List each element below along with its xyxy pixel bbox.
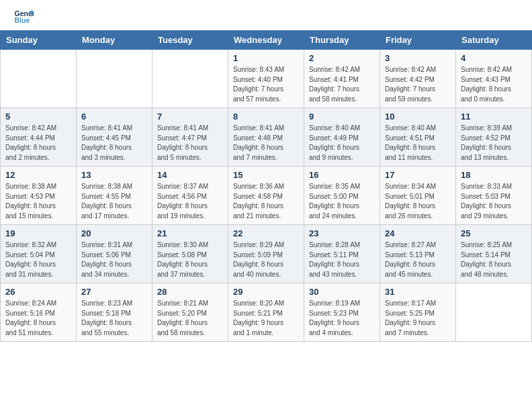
calendar-cell: [1, 50, 77, 108]
day-number: 24: [385, 228, 451, 238]
calendar-cell: 7Sunrise: 8:41 AM Sunset: 4:47 PM Daylig…: [152, 108, 228, 167]
calendar-cell: [77, 50, 152, 108]
day-number: 7: [157, 111, 223, 122]
day-number: 6: [81, 111, 147, 122]
calendar-cell: 2Sunrise: 8:42 AM Sunset: 4:41 PM Daylig…: [304, 50, 380, 108]
calendar-cell: 28Sunrise: 8:21 AM Sunset: 5:20 PM Dayli…: [152, 283, 228, 342]
weekday-header: Friday: [380, 31, 456, 50]
day-info: Sunrise: 8:41 AM Sunset: 4:45 PM Dayligh…: [81, 124, 147, 163]
day-info: Sunrise: 8:32 AM Sunset: 5:04 PM Dayligh…: [5, 240, 71, 279]
weekday-header: Wednesday: [228, 31, 304, 50]
calendar-cell: 19Sunrise: 8:32 AM Sunset: 5:04 PM Dayli…: [1, 225, 77, 283]
day-info: Sunrise: 8:41 AM Sunset: 4:48 PM Dayligh…: [233, 124, 299, 163]
day-info: Sunrise: 8:21 AM Sunset: 5:20 PM Dayligh…: [157, 299, 223, 338]
day-info: Sunrise: 8:42 AM Sunset: 4:44 PM Dayligh…: [5, 124, 71, 163]
weekday-header: Saturday: [456, 31, 532, 50]
day-info: Sunrise: 8:25 AM Sunset: 5:14 PM Dayligh…: [461, 240, 527, 279]
weekday-header: Sunday: [1, 31, 77, 50]
calendar-cell: 18Sunrise: 8:33 AM Sunset: 5:03 PM Dayli…: [456, 167, 532, 225]
calendar-cell: 3Sunrise: 8:42 AM Sunset: 4:42 PM Daylig…: [380, 50, 456, 108]
day-number: 18: [461, 170, 527, 180]
day-info: Sunrise: 8:38 AM Sunset: 4:55 PM Dayligh…: [81, 182, 147, 221]
calendar-cell: 17Sunrise: 8:34 AM Sunset: 5:01 PM Dayli…: [380, 167, 456, 225]
calendar-cell: 4Sunrise: 8:42 AM Sunset: 4:43 PM Daylig…: [456, 50, 532, 108]
logo: General Blue: [13, 7, 36, 27]
calendar-cell: 16Sunrise: 8:35 AM Sunset: 5:00 PM Dayli…: [304, 167, 380, 225]
day-info: Sunrise: 8:40 AM Sunset: 4:49 PM Dayligh…: [309, 124, 375, 163]
weekday-header: Tuesday: [152, 31, 228, 50]
day-info: Sunrise: 8:31 AM Sunset: 5:06 PM Dayligh…: [81, 240, 147, 279]
day-number: 19: [5, 228, 71, 238]
day-info: Sunrise: 8:28 AM Sunset: 5:11 PM Dayligh…: [309, 240, 375, 279]
calendar-header: SundayMondayTuesdayWednesdayThursdayFrid…: [1, 31, 532, 50]
day-number: 12: [5, 170, 71, 180]
day-number: 28: [157, 287, 223, 297]
weekday-header: Monday: [77, 31, 152, 50]
calendar-cell: 15Sunrise: 8:36 AM Sunset: 4:58 PM Dayli…: [228, 167, 304, 225]
day-info: Sunrise: 8:20 AM Sunset: 5:21 PM Dayligh…: [233, 299, 299, 338]
day-info: Sunrise: 8:29 AM Sunset: 5:09 PM Dayligh…: [233, 240, 299, 279]
day-number: 11: [461, 111, 527, 122]
calendar-table: SundayMondayTuesdayWednesdayThursdayFrid…: [0, 30, 532, 342]
day-info: Sunrise: 8:34 AM Sunset: 5:01 PM Dayligh…: [385, 182, 451, 221]
calendar-week-row: 12Sunrise: 8:38 AM Sunset: 4:53 PM Dayli…: [1, 167, 532, 225]
day-number: 17: [385, 170, 451, 180]
day-info: Sunrise: 8:35 AM Sunset: 5:00 PM Dayligh…: [309, 182, 375, 221]
day-info: Sunrise: 8:36 AM Sunset: 4:58 PM Dayligh…: [233, 182, 299, 221]
calendar-cell: 26Sunrise: 8:24 AM Sunset: 5:16 PM Dayli…: [1, 283, 77, 342]
calendar-cell: 6Sunrise: 8:41 AM Sunset: 4:45 PM Daylig…: [77, 108, 152, 167]
calendar-cell: 9Sunrise: 8:40 AM Sunset: 4:49 PM Daylig…: [304, 108, 380, 167]
calendar-cell: [456, 283, 532, 342]
day-info: Sunrise: 8:43 AM Sunset: 4:40 PM Dayligh…: [233, 65, 299, 104]
day-number: 21: [157, 228, 223, 238]
day-number: 13: [81, 170, 147, 180]
calendar-cell: 31Sunrise: 8:17 AM Sunset: 5:25 PM Dayli…: [380, 283, 456, 342]
calendar-cell: 5Sunrise: 8:42 AM Sunset: 4:44 PM Daylig…: [1, 108, 77, 167]
calendar-cell: 24Sunrise: 8:27 AM Sunset: 5:13 PM Dayli…: [380, 225, 456, 283]
day-number: 27: [81, 287, 147, 297]
calendar-cell: 27Sunrise: 8:23 AM Sunset: 5:18 PM Dayli…: [77, 283, 152, 342]
svg-text:Blue: Blue: [15, 16, 30, 24]
day-info: Sunrise: 8:23 AM Sunset: 5:18 PM Dayligh…: [81, 299, 147, 338]
day-number: 9: [309, 111, 375, 122]
calendar-cell: 30Sunrise: 8:19 AM Sunset: 5:23 PM Dayli…: [304, 283, 380, 342]
calendar-cell: 14Sunrise: 8:37 AM Sunset: 4:56 PM Dayli…: [152, 167, 228, 225]
calendar-cell: 1Sunrise: 8:43 AM Sunset: 4:40 PM Daylig…: [228, 50, 304, 108]
day-number: 15: [233, 170, 299, 180]
day-info: Sunrise: 8:40 AM Sunset: 4:51 PM Dayligh…: [385, 124, 451, 163]
day-number: 8: [233, 111, 299, 122]
day-info: Sunrise: 8:19 AM Sunset: 5:23 PM Dayligh…: [309, 299, 375, 338]
day-number: 31: [385, 287, 451, 297]
day-info: Sunrise: 8:42 AM Sunset: 4:43 PM Dayligh…: [461, 65, 527, 104]
calendar-week-row: 26Sunrise: 8:24 AM Sunset: 5:16 PM Dayli…: [1, 283, 532, 342]
calendar-cell: 10Sunrise: 8:40 AM Sunset: 4:51 PM Dayli…: [380, 108, 456, 167]
calendar-cell: 8Sunrise: 8:41 AM Sunset: 4:48 PM Daylig…: [228, 108, 304, 167]
day-info: Sunrise: 8:27 AM Sunset: 5:13 PM Dayligh…: [385, 240, 451, 279]
day-info: Sunrise: 8:33 AM Sunset: 5:03 PM Dayligh…: [461, 182, 527, 221]
day-info: Sunrise: 8:38 AM Sunset: 4:53 PM Dayligh…: [5, 182, 71, 221]
day-info: Sunrise: 8:17 AM Sunset: 5:25 PM Dayligh…: [385, 299, 451, 338]
day-number: 20: [81, 228, 147, 238]
day-info: Sunrise: 8:24 AM Sunset: 5:16 PM Dayligh…: [5, 299, 71, 338]
day-number: 3: [385, 53, 451, 63]
day-number: 10: [385, 111, 451, 122]
page-header: General Blue: [0, 0, 532, 30]
day-number: 14: [157, 170, 223, 180]
calendar-cell: 20Sunrise: 8:31 AM Sunset: 5:06 PM Dayli…: [77, 225, 152, 283]
calendar-cell: [152, 50, 228, 108]
day-info: Sunrise: 8:37 AM Sunset: 4:56 PM Dayligh…: [157, 182, 223, 221]
logo-icon: General Blue: [13, 7, 34, 27]
calendar-week-row: 19Sunrise: 8:32 AM Sunset: 5:04 PM Dayli…: [1, 225, 532, 283]
day-number: 2: [309, 53, 375, 63]
day-number: 16: [309, 170, 375, 180]
calendar-cell: 11Sunrise: 8:39 AM Sunset: 4:52 PM Dayli…: [456, 108, 532, 167]
day-number: 26: [5, 287, 71, 297]
calendar-week-row: 5Sunrise: 8:42 AM Sunset: 4:44 PM Daylig…: [1, 108, 532, 167]
calendar-cell: 12Sunrise: 8:38 AM Sunset: 4:53 PM Dayli…: [1, 167, 77, 225]
day-number: 4: [461, 53, 527, 63]
day-number: 30: [309, 287, 375, 297]
day-number: 23: [309, 228, 375, 238]
day-info: Sunrise: 8:42 AM Sunset: 4:42 PM Dayligh…: [385, 65, 451, 104]
day-number: 1: [233, 53, 299, 63]
day-info: Sunrise: 8:39 AM Sunset: 4:52 PM Dayligh…: [461, 124, 527, 163]
